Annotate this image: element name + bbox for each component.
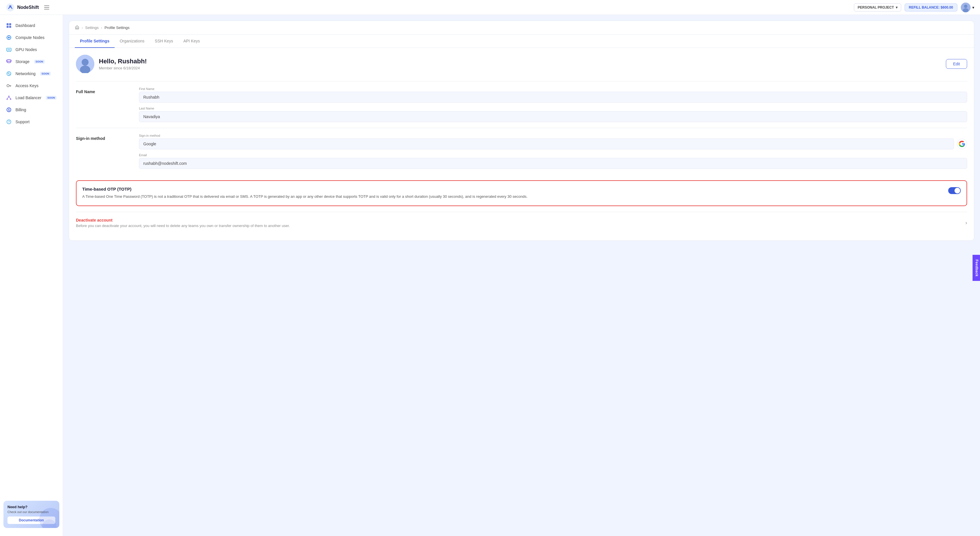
last-name-label: Last Name (139, 107, 967, 110)
hamburger-menu[interactable] (43, 4, 51, 11)
logo-text: NodeShift (17, 5, 39, 10)
breadcrumb-sep-2: › (101, 25, 102, 30)
sidebar-item-gpu-nodes[interactable]: GPU Nodes (0, 44, 63, 56)
user-header: Hello, Rushabh! Member since 6/18/2024 E… (76, 55, 967, 73)
sidebar-item-networking[interactable]: Networking SOON (0, 68, 63, 80)
svg-point-29 (10, 99, 11, 100)
sidebar-label-gpu: GPU Nodes (16, 47, 37, 52)
full-name-label: Full Name (76, 87, 127, 94)
sidebar-item-load-balancer[interactable]: Load Balancer SOON (0, 92, 63, 104)
member-since: Member since 6/18/2024 (99, 66, 147, 70)
lb-icon (6, 95, 12, 101)
user-text-info: Hello, Rushabh! Member since 6/18/2024 (99, 57, 147, 70)
lb-soon-badge: SOON (46, 96, 56, 100)
svg-point-3 (964, 5, 967, 8)
sidebar-item-support[interactable]: ? Support (0, 116, 63, 128)
method-label: Sign-in method (139, 134, 967, 137)
svg-line-30 (7, 97, 9, 99)
breadcrumb-sep-1: › (82, 25, 83, 30)
compute-icon (6, 34, 12, 41)
tab-profile-settings[interactable]: Profile Settings (75, 35, 115, 48)
breadcrumb-settings[interactable]: Settings (85, 25, 99, 30)
first-name-label: First Name (139, 87, 967, 91)
dashboard-icon (6, 22, 12, 29)
key-icon (6, 83, 12, 89)
sidebar: Dashboard Compute Nodes GPU Nodes Storag… (0, 15, 63, 536)
svg-point-20 (6, 60, 11, 61)
sidebar-label-dashboard: Dashboard (16, 23, 35, 28)
edit-button[interactable]: Edit (946, 59, 967, 69)
settings-card: › Settings › Profile Settings Profile Se… (69, 21, 974, 241)
avatar-image (961, 3, 970, 12)
last-name-field: Last Name Navadiya (139, 107, 967, 122)
sidebar-label-access-keys: Access Keys (16, 83, 38, 88)
breadcrumb-current: Profile Settings (105, 25, 129, 30)
full-name-section: Full Name First Name Rushabh Last Name N… (76, 81, 967, 128)
logo-icon (6, 3, 15, 12)
sidebar-label-networking: Networking (16, 72, 35, 76)
main-content: › Settings › Profile Settings Profile Se… (63, 15, 980, 536)
sidebar-item-dashboard[interactable]: Dashboard (0, 19, 63, 32)
profile-content: Hello, Rushabh! Member since 6/18/2024 E… (69, 48, 974, 240)
sidebar-item-compute-nodes[interactable]: Compute Nodes (0, 32, 63, 44)
gpu-icon (6, 46, 12, 53)
tab-api-keys[interactable]: API Keys (178, 35, 205, 48)
svg-rect-7 (6, 26, 9, 28)
project-label: PERSONAL PROJECT (858, 5, 894, 10)
sidebar-label-storage: Storage (16, 59, 30, 64)
totp-description: A Time-based One Time Password (TOTP) is… (82, 194, 942, 200)
logo[interactable]: NodeShift (6, 3, 39, 12)
avatar-chevron: ▾ (972, 5, 974, 10)
svg-rect-8 (9, 26, 11, 28)
method-field: Sign-in method Google (139, 134, 967, 150)
networking-soon-badge: SOON (40, 72, 51, 76)
method-value: Google (139, 138, 954, 150)
billing-icon: $ (6, 107, 12, 113)
tab-ssh-keys[interactable]: SSH Keys (150, 35, 178, 48)
totp-section: Time-based OTP (TOTP) A Time-based One T… (76, 180, 967, 206)
sign-in-section: Sign-in method Sign-in method Google (76, 128, 967, 175)
help-box: Need help? Check out our documentation D… (3, 501, 59, 528)
sidebar-label-billing: Billing (16, 108, 26, 112)
svg-point-23 (7, 84, 9, 87)
home-icon[interactable] (75, 25, 80, 30)
storage-soon-badge: SOON (34, 60, 45, 64)
networking-icon (6, 70, 12, 77)
svg-point-4 (963, 8, 969, 12)
email-field: Email rushabh@nodeshift.com (139, 153, 967, 169)
feedback-tab[interactable]: Feedback (972, 255, 980, 281)
deactivate-info: Deactivate account Before you can deacti… (76, 218, 290, 228)
svg-rect-16 (8, 49, 10, 50)
sidebar-label-compute: Compute Nodes (16, 35, 45, 40)
svg-rect-5 (6, 23, 9, 25)
totp-toggle[interactable] (948, 187, 961, 194)
svg-point-10 (8, 37, 10, 38)
refill-balance-button[interactable]: REFILL BALANCE: $600.00 (905, 3, 957, 11)
svg-rect-6 (9, 23, 11, 25)
user-avatar-area[interactable]: ▾ (961, 3, 974, 12)
sidebar-item-billing[interactable]: $ Billing (0, 104, 63, 116)
svg-text:?: ? (8, 120, 10, 124)
project-selector[interactable]: PERSONAL PROJECT ▾ (854, 3, 901, 11)
sidebar-item-storage[interactable]: Storage SOON (0, 56, 63, 68)
sidebar-label-lb: Load Balancer (16, 95, 41, 100)
first-name-value: Rushabh (139, 92, 967, 103)
tab-organizations[interactable]: Organizations (115, 35, 150, 48)
deactivate-section: Deactivate account Before you can deacti… (76, 212, 967, 234)
last-name-value: Navadiya (139, 111, 967, 122)
full-name-fields: First Name Rushabh Last Name Navadiya (139, 87, 967, 122)
tabs-bar: Profile Settings Organizations SSH Keys … (69, 35, 974, 48)
deactivate-description: Before you can deactivate your account, … (76, 224, 290, 228)
svg-point-38 (82, 59, 89, 66)
project-chevron: ▾ (896, 5, 897, 10)
user-avatar-large (76, 55, 94, 73)
support-icon: ? (6, 119, 12, 125)
svg-point-28 (6, 99, 8, 100)
sign-in-fields: Sign-in method Google (139, 134, 967, 169)
deactivate-title[interactable]: Deactivate account (76, 218, 290, 223)
sidebar-item-access-keys[interactable]: Access Keys (0, 80, 63, 92)
sidebar-label-support: Support (16, 119, 30, 124)
nav-right: PERSONAL PROJECT ▾ REFILL BALANCE: $600.… (854, 3, 974, 12)
storage-icon (6, 59, 12, 65)
avatar (961, 3, 970, 12)
